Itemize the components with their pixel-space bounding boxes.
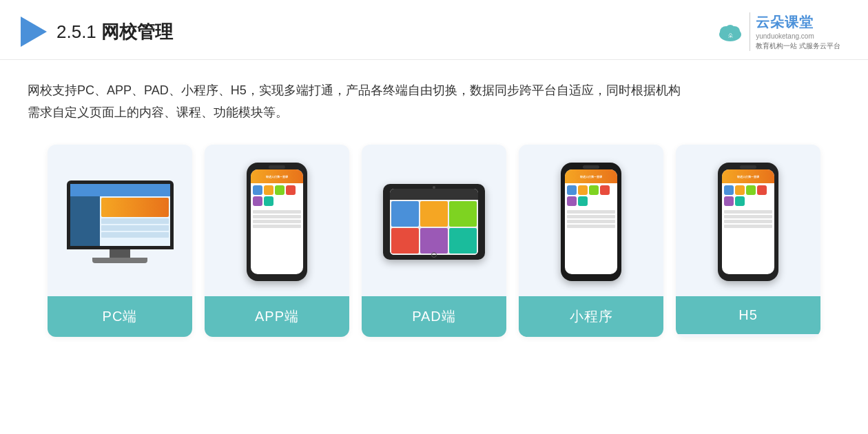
mini-icon-6 — [578, 196, 588, 206]
app-icon-4 — [286, 185, 296, 195]
h5-icon-1 — [724, 185, 734, 195]
app-banner-text: 轻进人们第一堂课 — [266, 175, 288, 178]
brand-slogan: 教育机构一站 式服务云平台 — [756, 41, 840, 51]
h5-row-2 — [724, 215, 772, 218]
pc-device — [67, 180, 174, 263]
page-header: 2.5.1 网校管理 朵 云朵课堂 yunduoketang.com 教育机构一… — [0, 0, 868, 60]
h5-icon-3 — [746, 185, 756, 195]
pad-cell-6 — [449, 228, 477, 254]
pad-outer — [383, 184, 485, 260]
device-card-pc: PC端 — [48, 145, 192, 337]
device-card-mini: 轻进人们第一堂课 — [519, 145, 663, 337]
h5-row-4 — [724, 225, 772, 228]
app-card-label: APP端 — [205, 296, 349, 337]
h5-icons-row — [722, 183, 774, 208]
pc-row-2 — [101, 225, 169, 231]
h5-device-area: 轻进人们第一堂课 — [676, 145, 820, 296]
description-line1: 网校支持PC、APP、PAD、小程序、H5，实现多端打通，产品各终端自由切换，数… — [28, 79, 840, 101]
pad-label-text: PAD端 — [412, 309, 456, 324]
pad-home-button — [431, 252, 437, 258]
device-card-app: 轻进人们第一堂课 — [205, 145, 349, 337]
pc-body — [70, 196, 170, 246]
pad-topbar — [390, 189, 478, 200]
description-line2: 需求自定义页面上的内容、课程、功能模块等。 — [28, 101, 840, 123]
device-card-h5: 轻进人们第一堂课 — [676, 145, 820, 337]
h5-phone-screen: 轻进人们第一堂课 — [722, 169, 774, 274]
app-icon-3 — [275, 185, 285, 195]
pad-content — [390, 200, 478, 255]
mini-icon-5 — [567, 196, 577, 206]
pc-screen — [70, 184, 170, 246]
app-row-4 — [253, 225, 301, 228]
brand-cloud-icon: 朵 — [715, 17, 745, 47]
pad-cell-2 — [420, 201, 448, 227]
pc-topbar — [70, 184, 170, 196]
mini-phone-notch — [583, 165, 599, 169]
mini-phone-screen-top: 轻进人们第一堂课 — [565, 169, 617, 183]
mini-phone-outer: 轻进人们第一堂课 — [561, 163, 621, 281]
app-row-2 — [253, 215, 301, 218]
pc-label-text: PC端 — [103, 309, 138, 324]
mini-label-text: 小程序 — [570, 309, 613, 324]
mini-phone-device: 轻进人们第一堂课 — [561, 163, 621, 281]
app-row-3 — [253, 220, 301, 223]
pad-cell-3 — [449, 201, 477, 227]
logo-triangle-icon — [21, 17, 47, 47]
mini-row-2 — [567, 215, 615, 218]
device-cards-section: PC端 轻进人们第一堂课 — [0, 131, 868, 358]
pad-device-area — [362, 145, 506, 296]
pc-monitor — [67, 180, 174, 249]
app-device-area: 轻进人们第一堂课 — [205, 145, 349, 296]
mini-icon-1 — [567, 185, 577, 195]
mini-icon-2 — [578, 185, 588, 195]
brand-logo: 朵 云朵课堂 yunduoketang.com 教育机构一站 式服务云平台 — [715, 12, 840, 51]
h5-icon-4 — [757, 185, 767, 195]
pc-row-3 — [101, 232, 169, 238]
header-right: 朵 云朵课堂 yunduoketang.com 教育机构一站 式服务云平台 — [715, 12, 840, 51]
brand-name: 云朵课堂 — [756, 12, 840, 32]
h5-label-text: H5 — [738, 307, 758, 322]
h5-content-rows — [722, 208, 774, 230]
svg-text:朵: 朵 — [728, 33, 733, 38]
h5-icon-5 — [724, 196, 734, 206]
device-card-pad: PAD端 — [362, 145, 506, 337]
app-icon-5 — [253, 196, 262, 206]
header-left: 2.5.1 网校管理 — [21, 17, 173, 47]
app-icon-1 — [253, 185, 262, 195]
pc-main-content — [100, 196, 170, 246]
app-icon-6 — [264, 196, 273, 206]
brand-text: 云朵课堂 yunduoketang.com 教育机构一站 式服务云平台 — [750, 12, 840, 51]
app-row-1 — [253, 210, 301, 214]
mini-icon-3 — [589, 185, 599, 195]
description-block: 网校支持PC、APP、PAD、小程序、H5，实现多端打通，产品各终端自由切换，数… — [0, 60, 868, 131]
mini-row-1 — [567, 210, 615, 214]
mini-card-label: 小程序 — [519, 296, 663, 337]
h5-card-label: H5 — [676, 296, 820, 334]
pad-cell-5 — [420, 228, 448, 254]
pad-device — [383, 184, 485, 260]
app-icon-2 — [264, 185, 273, 195]
pc-base — [92, 258, 147, 263]
pc-sidebar — [70, 196, 101, 246]
pad-camera — [433, 186, 435, 189]
mini-icons-row — [565, 183, 617, 208]
mini-row-3 — [567, 220, 615, 223]
mini-phone-screen: 轻进人们第一堂课 — [565, 169, 617, 274]
pc-banner — [101, 198, 169, 217]
pad-cell-4 — [391, 228, 419, 254]
h5-phone-notch — [740, 165, 756, 169]
section-title: 网校管理 — [101, 21, 173, 42]
h5-icon-2 — [735, 185, 745, 195]
mini-content-rows — [565, 208, 617, 230]
h5-row-1 — [724, 210, 772, 214]
h5-phone-screen-top: 轻进人们第一堂课 — [722, 169, 774, 183]
pc-stand — [110, 249, 130, 258]
page-title: 2.5.1 网校管理 — [56, 20, 173, 44]
section-number: 2.5.1 — [56, 21, 96, 42]
mini-icon-4 — [600, 185, 610, 195]
h5-phone-outer: 轻进人们第一堂课 — [718, 163, 778, 281]
brand-url: yunduoketang.com — [756, 32, 840, 41]
h5-icon-6 — [735, 196, 745, 206]
app-label-text: APP端 — [255, 309, 299, 324]
mini-banner-text: 轻进人们第一堂课 — [580, 175, 602, 178]
